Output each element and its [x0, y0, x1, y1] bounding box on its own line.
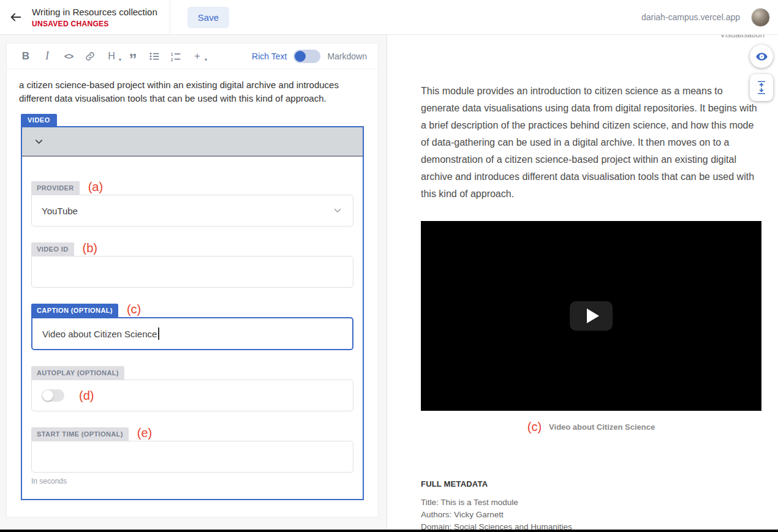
autoplay-toggle[interactable]	[42, 389, 64, 402]
rich-text-mode-label[interactable]: Rich Text	[252, 51, 287, 61]
italic-button[interactable]: I	[39, 48, 55, 64]
richtext-toolbar: B I <> H ▾ ”	[7, 43, 378, 69]
quote-button[interactable]: ”	[125, 48, 141, 64]
toggle-knob	[42, 390, 53, 401]
provider-field-group: PROVIDER (a) YouTube	[31, 181, 353, 227]
svg-text:1: 1	[171, 51, 173, 56]
bottom-black-bar	[0, 530, 778, 532]
video-widget: VIDEO	[21, 114, 364, 500]
preview-pane: Visualisation This module provides an in…	[388, 35, 778, 532]
annotation-d: (d)	[79, 389, 94, 402]
autoplay-field-group: AUTOPLAY (OPTIONAL) (d)	[31, 366, 353, 411]
video-id-label: VIDEO ID	[31, 242, 74, 256]
back-arrow-icon	[9, 10, 23, 24]
start-time-hint: In seconds	[31, 477, 353, 485]
chevron-down-icon	[33, 136, 45, 148]
link-button[interactable]	[82, 48, 98, 64]
start-time-field-group: START TIME (OPTIONAL) (e) In seconds	[31, 427, 353, 485]
eye-icon	[755, 50, 768, 63]
metadata-list: Title: This is a Test module Authors: Vi…	[421, 496, 761, 532]
metadata-title: Title: This is a Test module	[421, 496, 761, 509]
plus-icon: +	[194, 51, 200, 62]
bold-button[interactable]: B	[18, 48, 34, 64]
code-button[interactable]: <>	[61, 48, 77, 64]
page-title: Writing in Resources collection	[32, 7, 157, 17]
video-widget-label: VIDEO	[21, 114, 57, 126]
header-divider	[170, 0, 170, 35]
bulleted-list-button[interactable]	[146, 48, 162, 64]
preview-body: This module provides an introduction to …	[388, 35, 778, 532]
add-component-button[interactable]: + ▾	[189, 48, 205, 64]
annotation-a: (a)	[88, 181, 103, 193]
chevron-down-icon: ▾	[205, 57, 207, 62]
heading-button[interactable]: H ▾	[104, 48, 119, 64]
preview-paragraph: This module provides an introduction to …	[421, 83, 761, 203]
provider-select[interactable]: YouTube	[31, 195, 353, 227]
collapse-widget-button[interactable]	[29, 132, 48, 151]
editor-card: B I <> H ▾ ”	[6, 43, 379, 517]
chevron-down-icon	[332, 205, 343, 216]
heading-icon: H	[108, 51, 115, 62]
editor-mode-toggle[interactable]	[293, 50, 320, 63]
header-right: dariah-campus.vercel.app	[641, 8, 778, 27]
provider-selected-value: YouTube	[42, 206, 78, 216]
video-caption: Video about Citizen Science	[549, 422, 655, 432]
svg-text:2: 2	[171, 57, 173, 61]
app-window: Writing in Resources collection UNSAVED …	[0, 0, 778, 532]
scroll-sync-icon	[756, 80, 767, 95]
annotation-c-preview: (c)	[527, 421, 542, 433]
text-cursor	[158, 328, 159, 340]
video-player	[421, 221, 761, 411]
autoplay-label: AUTOPLAY (OPTIONAL)	[31, 366, 124, 380]
avatar[interactable]	[751, 8, 770, 27]
video-id-input[interactable]	[31, 256, 353, 288]
unsaved-changes-badge: UNSAVED CHANGES	[32, 20, 157, 28]
sync-scroll-button[interactable]	[750, 74, 773, 101]
numbered-list-button[interactable]: 12	[168, 48, 184, 64]
entry-title-block: Writing in Resources collection UNSAVED …	[32, 7, 157, 28]
start-time-input[interactable]	[31, 441, 353, 473]
metadata-authors: Authors: Vicky Garnett	[421, 509, 761, 521]
editor-body: a citizen science-based project within a…	[7, 69, 378, 500]
video-widget-fields: PROVIDER (a) YouTube	[22, 157, 363, 499]
markdown-mode-label[interactable]: Markdown	[327, 51, 367, 61]
video-id-field-group: VIDEO ID (b)	[31, 242, 353, 288]
play-button[interactable]	[570, 301, 613, 331]
toggle-preview-button[interactable]	[750, 45, 773, 68]
caption-label: CAPTION (OPTIONAL)	[31, 304, 118, 317]
editor-paragraph[interactable]: a citizen science-based project within a…	[19, 78, 366, 105]
site-label: dariah-campus.vercel.app	[641, 12, 740, 22]
top-bar: Writing in Resources collection UNSAVED …	[0, 0, 778, 35]
annotation-c: (c)	[127, 303, 141, 315]
save-button[interactable]: Save	[187, 7, 229, 28]
toggle-knob	[295, 51, 306, 62]
video-caption-row: (c) Video about Citizen Science	[421, 421, 761, 433]
chevron-down-icon: ▾	[119, 57, 121, 62]
annotation-e: (e)	[137, 427, 152, 439]
editor-pane: B I <> H ▾ ”	[0, 35, 387, 532]
video-widget-box: PROVIDER (a) YouTube	[21, 126, 364, 500]
caption-input[interactable]: Video about Citizen Science	[31, 317, 353, 350]
provider-label: PROVIDER	[31, 181, 80, 195]
start-time-label: START TIME (OPTIONAL)	[31, 427, 129, 441]
link-icon	[85, 51, 95, 61]
bulleted-list-icon	[149, 51, 160, 62]
play-icon	[587, 309, 599, 323]
editor-mode-switch: Rich Text Markdown	[252, 50, 367, 63]
annotation-b: (b)	[83, 242, 97, 254]
caption-field-group: CAPTION (OPTIONAL) (c) Video about Citiz…	[31, 304, 353, 350]
back-button[interactable]	[0, 0, 32, 34]
caption-input-value: Video about Citizen Science	[42, 329, 157, 339]
full-metadata-heading: FULL METADATA	[421, 479, 761, 489]
video-widget-header[interactable]	[22, 127, 363, 157]
autoplay-field: (d)	[31, 380, 353, 411]
numbered-list-icon: 12	[170, 51, 181, 62]
